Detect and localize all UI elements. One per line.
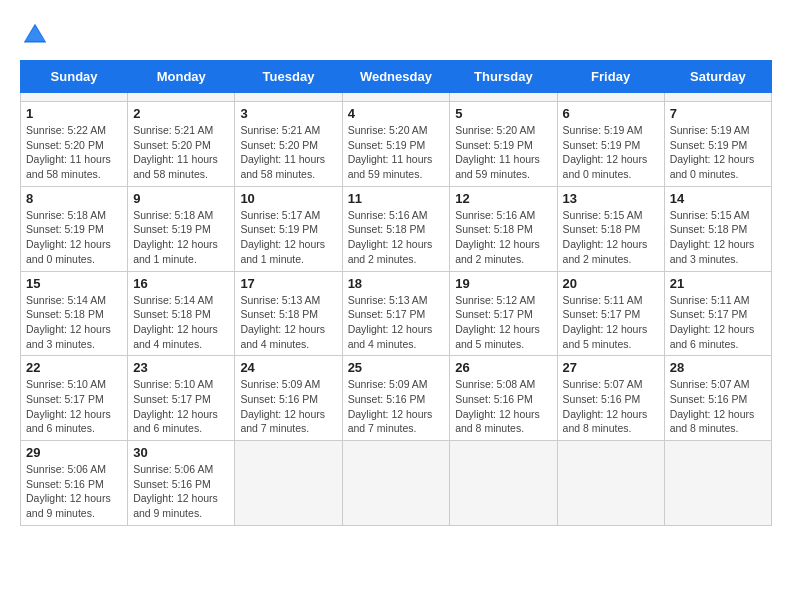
calendar-cell: 20Sunrise: 5:11 AMSunset: 5:17 PMDayligh… <box>557 271 664 356</box>
calendar-cell: 5Sunrise: 5:20 AMSunset: 5:19 PMDaylight… <box>450 102 557 187</box>
day-number: 5 <box>455 106 551 121</box>
calendar-cell <box>342 441 450 526</box>
logo <box>20 20 54 50</box>
page-header <box>20 20 772 50</box>
day-info: Sunrise: 5:19 AMSunset: 5:19 PMDaylight:… <box>670 123 766 182</box>
calendar-cell <box>450 93 557 102</box>
day-header-wednesday: Wednesday <box>342 61 450 93</box>
calendar-cell: 14Sunrise: 5:15 AMSunset: 5:18 PMDayligh… <box>664 186 771 271</box>
calendar-cell: 10Sunrise: 5:17 AMSunset: 5:19 PMDayligh… <box>235 186 342 271</box>
day-info: Sunrise: 5:15 AMSunset: 5:18 PMDaylight:… <box>670 208 766 267</box>
calendar-cell: 24Sunrise: 5:09 AMSunset: 5:16 PMDayligh… <box>235 356 342 441</box>
day-info: Sunrise: 5:13 AMSunset: 5:18 PMDaylight:… <box>240 293 336 352</box>
calendar-week-2: 1Sunrise: 5:22 AMSunset: 5:20 PMDaylight… <box>21 102 772 187</box>
day-number: 19 <box>455 276 551 291</box>
calendar-cell: 15Sunrise: 5:14 AMSunset: 5:18 PMDayligh… <box>21 271 128 356</box>
calendar-week-1 <box>21 93 772 102</box>
day-number: 10 <box>240 191 336 206</box>
day-info: Sunrise: 5:18 AMSunset: 5:19 PMDaylight:… <box>26 208 122 267</box>
day-header-sunday: Sunday <box>21 61 128 93</box>
day-number: 28 <box>670 360 766 375</box>
calendar-cell <box>21 93 128 102</box>
day-number: 3 <box>240 106 336 121</box>
day-info: Sunrise: 5:14 AMSunset: 5:18 PMDaylight:… <box>26 293 122 352</box>
calendar-week-4: 15Sunrise: 5:14 AMSunset: 5:18 PMDayligh… <box>21 271 772 356</box>
day-info: Sunrise: 5:17 AMSunset: 5:19 PMDaylight:… <box>240 208 336 267</box>
day-number: 17 <box>240 276 336 291</box>
day-info: Sunrise: 5:07 AMSunset: 5:16 PMDaylight:… <box>563 377 659 436</box>
day-info: Sunrise: 5:19 AMSunset: 5:19 PMDaylight:… <box>563 123 659 182</box>
calendar-cell <box>557 441 664 526</box>
day-number: 27 <box>563 360 659 375</box>
day-info: Sunrise: 5:08 AMSunset: 5:16 PMDaylight:… <box>455 377 551 436</box>
logo-icon <box>20 20 50 50</box>
day-number: 23 <box>133 360 229 375</box>
svg-marker-1 <box>25 26 45 41</box>
calendar-cell: 1Sunrise: 5:22 AMSunset: 5:20 PMDaylight… <box>21 102 128 187</box>
calendar-cell <box>664 93 771 102</box>
day-header-monday: Monday <box>128 61 235 93</box>
calendar-week-3: 8Sunrise: 5:18 AMSunset: 5:19 PMDaylight… <box>21 186 772 271</box>
calendar-cell <box>450 441 557 526</box>
day-info: Sunrise: 5:14 AMSunset: 5:18 PMDaylight:… <box>133 293 229 352</box>
calendar-cell: 2Sunrise: 5:21 AMSunset: 5:20 PMDaylight… <box>128 102 235 187</box>
day-number: 21 <box>670 276 766 291</box>
day-number: 11 <box>348 191 445 206</box>
day-number: 30 <box>133 445 229 460</box>
day-info: Sunrise: 5:09 AMSunset: 5:16 PMDaylight:… <box>240 377 336 436</box>
day-number: 12 <box>455 191 551 206</box>
day-header-thursday: Thursday <box>450 61 557 93</box>
calendar-cell: 23Sunrise: 5:10 AMSunset: 5:17 PMDayligh… <box>128 356 235 441</box>
day-number: 24 <box>240 360 336 375</box>
day-info: Sunrise: 5:10 AMSunset: 5:17 PMDaylight:… <box>133 377 229 436</box>
calendar-cell: 12Sunrise: 5:16 AMSunset: 5:18 PMDayligh… <box>450 186 557 271</box>
day-number: 1 <box>26 106 122 121</box>
day-number: 26 <box>455 360 551 375</box>
calendar-cell: 28Sunrise: 5:07 AMSunset: 5:16 PMDayligh… <box>664 356 771 441</box>
day-number: 15 <box>26 276 122 291</box>
calendar-cell <box>342 93 450 102</box>
calendar-cell <box>235 441 342 526</box>
calendar-cell: 26Sunrise: 5:08 AMSunset: 5:16 PMDayligh… <box>450 356 557 441</box>
day-header-friday: Friday <box>557 61 664 93</box>
day-info: Sunrise: 5:13 AMSunset: 5:17 PMDaylight:… <box>348 293 445 352</box>
calendar-cell: 17Sunrise: 5:13 AMSunset: 5:18 PMDayligh… <box>235 271 342 356</box>
day-info: Sunrise: 5:20 AMSunset: 5:19 PMDaylight:… <box>348 123 445 182</box>
calendar-week-6: 29Sunrise: 5:06 AMSunset: 5:16 PMDayligh… <box>21 441 772 526</box>
day-number: 13 <box>563 191 659 206</box>
day-info: Sunrise: 5:12 AMSunset: 5:17 PMDaylight:… <box>455 293 551 352</box>
day-header-tuesday: Tuesday <box>235 61 342 93</box>
day-info: Sunrise: 5:16 AMSunset: 5:18 PMDaylight:… <box>348 208 445 267</box>
calendar-cell: 8Sunrise: 5:18 AMSunset: 5:19 PMDaylight… <box>21 186 128 271</box>
day-info: Sunrise: 5:07 AMSunset: 5:16 PMDaylight:… <box>670 377 766 436</box>
calendar-cell: 21Sunrise: 5:11 AMSunset: 5:17 PMDayligh… <box>664 271 771 356</box>
day-number: 14 <box>670 191 766 206</box>
calendar-cell: 16Sunrise: 5:14 AMSunset: 5:18 PMDayligh… <box>128 271 235 356</box>
day-info: Sunrise: 5:18 AMSunset: 5:19 PMDaylight:… <box>133 208 229 267</box>
calendar-cell: 19Sunrise: 5:12 AMSunset: 5:17 PMDayligh… <box>450 271 557 356</box>
calendar-cell <box>664 441 771 526</box>
day-number: 8 <box>26 191 122 206</box>
day-number: 20 <box>563 276 659 291</box>
day-header-saturday: Saturday <box>664 61 771 93</box>
calendar-cell: 27Sunrise: 5:07 AMSunset: 5:16 PMDayligh… <box>557 356 664 441</box>
day-number: 6 <box>563 106 659 121</box>
day-info: Sunrise: 5:21 AMSunset: 5:20 PMDaylight:… <box>240 123 336 182</box>
calendar-cell <box>557 93 664 102</box>
day-info: Sunrise: 5:21 AMSunset: 5:20 PMDaylight:… <box>133 123 229 182</box>
calendar-cell: 11Sunrise: 5:16 AMSunset: 5:18 PMDayligh… <box>342 186 450 271</box>
day-number: 9 <box>133 191 229 206</box>
day-number: 4 <box>348 106 445 121</box>
calendar-header-row: SundayMondayTuesdayWednesdayThursdayFrid… <box>21 61 772 93</box>
calendar-cell: 3Sunrise: 5:21 AMSunset: 5:20 PMDaylight… <box>235 102 342 187</box>
calendar-cell <box>128 93 235 102</box>
day-info: Sunrise: 5:06 AMSunset: 5:16 PMDaylight:… <box>26 462 122 521</box>
calendar-cell: 4Sunrise: 5:20 AMSunset: 5:19 PMDaylight… <box>342 102 450 187</box>
calendar-cell: 18Sunrise: 5:13 AMSunset: 5:17 PMDayligh… <box>342 271 450 356</box>
day-number: 29 <box>26 445 122 460</box>
day-info: Sunrise: 5:22 AMSunset: 5:20 PMDaylight:… <box>26 123 122 182</box>
day-info: Sunrise: 5:11 AMSunset: 5:17 PMDaylight:… <box>563 293 659 352</box>
calendar-cell: 29Sunrise: 5:06 AMSunset: 5:16 PMDayligh… <box>21 441 128 526</box>
calendar-cell: 7Sunrise: 5:19 AMSunset: 5:19 PMDaylight… <box>664 102 771 187</box>
calendar-cell: 25Sunrise: 5:09 AMSunset: 5:16 PMDayligh… <box>342 356 450 441</box>
